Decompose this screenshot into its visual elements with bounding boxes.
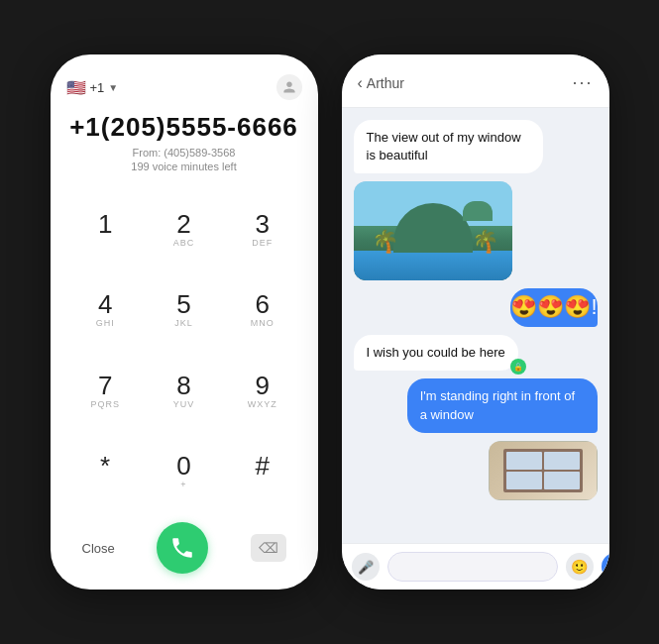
- message-text: The view out of my window is beautiful: [367, 130, 521, 162]
- mic-button[interactable]: 🎤: [352, 553, 380, 581]
- message-text-3: I'm standing right in front of a window: [420, 388, 575, 421]
- country-selector[interactable]: 🇺🇸 +1 ▼: [66, 78, 119, 97]
- emoji-text: 😍😍😍!: [510, 294, 597, 319]
- minutes-left: 199 voice minutes left: [66, 161, 302, 172]
- palm-icon-2: 🌴: [472, 229, 498, 255]
- dialer-screen: 🇺🇸 +1 ▼ +1(205)5555-6666 From: (405)589-…: [51, 54, 318, 590]
- key-digit: 3: [256, 211, 270, 237]
- window-pane-4: [544, 472, 580, 489]
- key-digit: 8: [176, 373, 190, 398]
- beach-island: [393, 203, 473, 253]
- incoming-bubble: The view out of my window is beautiful: [354, 120, 544, 173]
- key-letters: WXYZ: [248, 399, 277, 411]
- mic-icon: 🎤: [358, 560, 374, 575]
- key-digit: 0: [176, 453, 190, 479]
- keypad: 12ABC3DEF4GHI5JKL6MNO7PQRS8YUV9WXYZ*0+#: [66, 190, 302, 512]
- back-arrow-icon: ‹: [358, 74, 363, 92]
- beach-image-bubble: 🌴 🌴: [354, 181, 512, 280]
- emoji-bubble: 😍😍😍!: [510, 288, 597, 327]
- key-digit: 6: [256, 291, 270, 317]
- emoji-icon: 🙂: [571, 559, 588, 575]
- message-row-2: I wish you could be here 🔒: [354, 335, 598, 371]
- message-input[interactable]: [387, 552, 558, 582]
- call-button[interactable]: [157, 522, 208, 574]
- window-pane-3: [506, 472, 542, 489]
- outgoing-bubble: I'm standing right in front of a window: [407, 378, 598, 432]
- messenger-screen: ‹ Arthur ··· The view out of my window i…: [342, 54, 609, 590]
- key-letters: JKL: [174, 318, 193, 330]
- key-letters: GHI: [96, 318, 115, 330]
- emoji-button[interactable]: 🙂: [566, 553, 594, 581]
- window-frame: [503, 449, 583, 492]
- keypad-key-6[interactable]: 6MNO: [223, 270, 301, 351]
- chevron-down-icon: ▼: [108, 82, 118, 93]
- contact-name: Arthur: [367, 75, 404, 91]
- key-digit: 5: [176, 291, 190, 317]
- key-digit: 1: [98, 211, 112, 237]
- key-digit: 4: [98, 291, 112, 317]
- key-digit: #: [256, 453, 270, 479]
- key-digit: *: [100, 453, 110, 479]
- backspace-button[interactable]: ⌫: [251, 534, 286, 562]
- keypad-key-7[interactable]: 7PQRS: [66, 352, 145, 432]
- window-image-bubble: [489, 441, 598, 500]
- from-number: From: (405)589-3568: [66, 147, 302, 159]
- dialer-top-bar: 🇺🇸 +1 ▼: [66, 74, 302, 100]
- keypad-key-0[interactable]: 0+: [145, 432, 223, 512]
- keypad-key-*[interactable]: *: [66, 432, 145, 512]
- contact-icon[interactable]: [276, 74, 302, 100]
- keypad-key-8[interactable]: 8YUV: [145, 352, 223, 432]
- key-digit: 2: [176, 211, 190, 237]
- key-digit: 7: [98, 373, 112, 398]
- dialer-phone: 🇺🇸 +1 ▼ +1(205)5555-6666 From: (405)589-…: [51, 54, 318, 590]
- backspace-icon: ⌫: [259, 540, 278, 556]
- country-code: +1: [90, 80, 105, 95]
- message-row-image: 🌴 🌴: [354, 181, 598, 280]
- incoming-bubble-2: I wish you could be here 🔒: [354, 335, 518, 371]
- key-digit: 9: [256, 373, 270, 398]
- keypad-key-4[interactable]: 4GHI: [66, 270, 145, 351]
- key-letters: ABC: [173, 238, 195, 250]
- beach-scene: 🌴 🌴: [354, 181, 512, 280]
- message-row-3: I'm standing right in front of a window: [354, 378, 598, 432]
- window-pane-2: [544, 452, 580, 470]
- lock-icon: 🔒: [510, 359, 526, 375]
- keypad-key-1[interactable]: 1: [66, 190, 145, 270]
- window-pane: [506, 452, 542, 470]
- key-letters: +: [180, 480, 186, 491]
- add-button[interactable]: +: [602, 553, 609, 581]
- beach-water: [354, 251, 512, 280]
- message-list: The view out of my window is beautiful 🌴…: [342, 108, 609, 543]
- keypad-key-9[interactable]: 9WXYZ: [223, 352, 301, 432]
- sky-island: [463, 201, 493, 221]
- message-row-emoji: 😍😍😍!: [354, 288, 598, 327]
- message-row: The view out of my window is beautiful: [354, 120, 598, 173]
- flag-icon: 🇺🇸: [66, 78, 86, 97]
- key-letters: PQRS: [90, 399, 120, 411]
- keypad-key-2[interactable]: 2ABC: [145, 190, 223, 270]
- close-button[interactable]: Close: [82, 541, 115, 556]
- dialed-number: +1(205)5555-6666: [66, 112, 302, 143]
- messenger-phone: ‹ Arthur ··· The view out of my window i…: [342, 54, 609, 590]
- back-button[interactable]: ‹ Arthur: [358, 74, 404, 92]
- phones-container: 🇺🇸 +1 ▼ +1(205)5555-6666 From: (405)589-…: [51, 54, 609, 590]
- window-preview: [489, 441, 598, 500]
- palm-icon: 🌴: [372, 229, 398, 255]
- more-options-button[interactable]: ···: [572, 72, 593, 93]
- keypad-key-3[interactable]: 3DEF: [223, 190, 301, 270]
- input-bar: 🎤 🙂 +: [342, 543, 609, 590]
- keypad-key-5[interactable]: 5JKL: [145, 270, 223, 351]
- dialer-actions: Close ⌫: [66, 512, 302, 574]
- key-letters: DEF: [252, 238, 273, 250]
- keypad-key-#[interactable]: #: [223, 432, 301, 512]
- key-letters: YUV: [173, 399, 195, 411]
- key-letters: MNO: [251, 318, 275, 330]
- message-row-preview: [354, 441, 598, 500]
- message-header: ‹ Arthur ···: [342, 54, 609, 108]
- message-text-2: I wish you could be here: [367, 345, 505, 360]
